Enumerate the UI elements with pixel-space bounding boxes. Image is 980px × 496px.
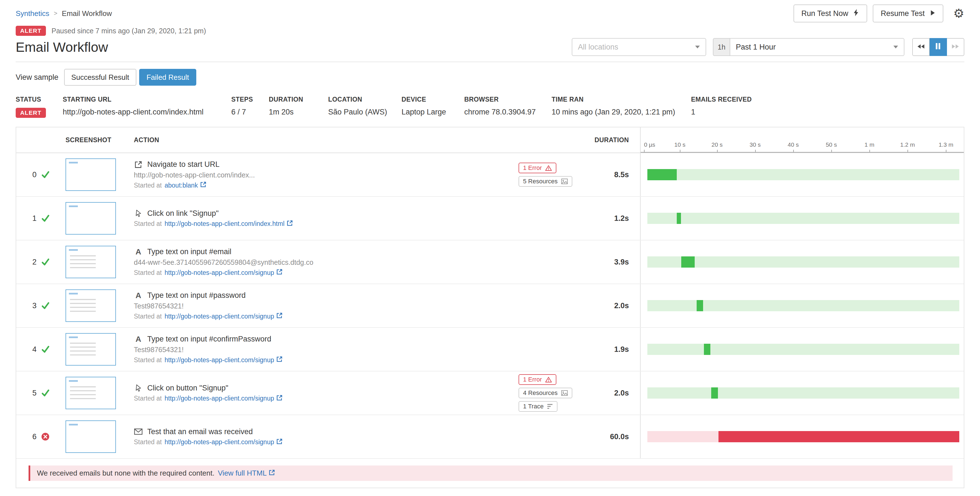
step-status-cell: 5 bbox=[16, 389, 65, 397]
step-passed-check-icon bbox=[41, 214, 49, 223]
step-status-cell: 3 bbox=[16, 302, 65, 310]
locations-select[interactable]: All locations bbox=[572, 38, 706, 56]
step-timeline bbox=[640, 284, 964, 327]
step-screenshot-thumbnail[interactable] bbox=[65, 289, 116, 322]
step-screenshot-thumbnail[interactable] bbox=[65, 246, 116, 278]
step-index: 4 bbox=[32, 345, 37, 354]
step-row[interactable]: 2 A Type text on input #email d44-wwr-5e… bbox=[16, 240, 964, 284]
pause-button[interactable] bbox=[930, 38, 947, 56]
step-row[interactable]: 5 Click on button "Signup" Started at ht… bbox=[16, 372, 964, 415]
locations-placeholder: All locations bbox=[578, 43, 618, 51]
summary-label: STARTING URL bbox=[63, 96, 231, 103]
started-at-link[interactable]: http://gob-notes-app-client.com/signup bbox=[165, 269, 283, 277]
step-row[interactable]: 6 Test that an email was received Starte… bbox=[16, 415, 964, 459]
type-text-icon: A bbox=[134, 248, 143, 256]
step-index: 0 bbox=[32, 170, 37, 179]
step-passed-check-icon bbox=[41, 345, 49, 353]
chevron-down-icon bbox=[695, 46, 700, 48]
step-index: 3 bbox=[32, 302, 37, 310]
fast-forward-button[interactable] bbox=[947, 38, 964, 56]
resume-test-button[interactable]: Resume Test bbox=[873, 5, 943, 22]
view-full-html-link[interactable]: View full HTML bbox=[218, 469, 275, 477]
started-at-link[interactable]: http://gob-notes-app-client.com/signup bbox=[165, 395, 283, 402]
timeline-tick-mark bbox=[644, 150, 644, 153]
step-duration: 8.5s bbox=[576, 170, 640, 179]
step-screenshot-thumbnail[interactable] bbox=[65, 202, 116, 235]
started-at-link[interactable]: http://gob-notes-app-client.com/index.ht… bbox=[165, 220, 293, 228]
summary-value: Laptop Large bbox=[401, 108, 464, 116]
step-row[interactable]: 1 Click on link "Signup" Started at http… bbox=[16, 197, 964, 240]
step-screenshot-thumbnail[interactable] bbox=[65, 420, 116, 453]
summary-status: STATUS ALERT bbox=[16, 96, 63, 118]
result-summary-bar: STATUS ALERT STARTING URL http://gob-not… bbox=[16, 96, 964, 118]
summary-label: STEPS bbox=[231, 96, 269, 103]
timeline-track bbox=[648, 344, 959, 355]
step-screenshot-thumbnail[interactable] bbox=[65, 333, 116, 366]
image-icon bbox=[561, 390, 568, 396]
timeline-track bbox=[648, 256, 959, 268]
timeline-tick-label: 50 s bbox=[826, 141, 837, 148]
status-alert-badge: ALERT bbox=[16, 108, 46, 118]
timeline-track bbox=[648, 387, 959, 399]
settings-gear-icon[interactable]: ⚙ bbox=[953, 7, 964, 20]
view-sample-row: View sample Successful Result Failed Res… bbox=[16, 62, 964, 86]
started-at-label: Started at bbox=[134, 313, 162, 320]
step-screenshot-thumbnail[interactable] bbox=[65, 159, 116, 191]
started-at-link[interactable]: about:blank bbox=[165, 181, 206, 189]
step-duration: 2.0s bbox=[576, 389, 640, 397]
external-link-icon bbox=[276, 269, 283, 277]
external-link-icon bbox=[276, 312, 283, 320]
started-at-link[interactable]: http://gob-notes-app-client.com/signup bbox=[165, 438, 283, 446]
fast-forward-icon bbox=[951, 43, 959, 51]
timeline-track bbox=[648, 300, 959, 311]
error-message: We received emails but none with the req… bbox=[37, 469, 215, 477]
timeline-tick-label: 0 µs bbox=[644, 141, 655, 148]
step-action-title: Type text on input #email bbox=[147, 248, 231, 256]
step-index: 1 bbox=[32, 214, 37, 223]
timeline-axis: 0 µs10 s20 s30 s40 s50 s1 m1.2 m1.3 m bbox=[640, 127, 964, 153]
step-timeline bbox=[640, 372, 964, 415]
timeline-tick-mark bbox=[907, 150, 908, 153]
breadcrumb-current: Email Workflow bbox=[62, 9, 112, 18]
step-action-cell: Click on link "Signup" Started at http:/… bbox=[134, 209, 492, 228]
click-pointer-icon bbox=[134, 384, 143, 392]
failed-result-tab[interactable]: Failed Result bbox=[139, 69, 196, 86]
pause-icon bbox=[935, 43, 941, 51]
step-row[interactable]: 3 A Type text on input #password Test987… bbox=[16, 284, 964, 328]
step-row[interactable]: 4 A Type text on input #confirmPassword … bbox=[16, 328, 964, 372]
step-row[interactable]: 0 Navigate to start URL http://gob-notes… bbox=[16, 153, 964, 197]
chevron-down-icon bbox=[893, 46, 898, 48]
resources-count-badge[interactable]: 5 Resources bbox=[519, 176, 572, 187]
summary-emails-received: EMAILS RECEIVED 1 bbox=[691, 96, 752, 118]
step-screenshot-thumbnail[interactable] bbox=[65, 377, 116, 409]
time-range-shortcut[interactable]: 1h bbox=[713, 38, 730, 56]
page-title: Email Workflow bbox=[16, 40, 108, 55]
resources-count-badge[interactable]: 4 Resources bbox=[519, 388, 572, 398]
run-test-now-button[interactable]: Run Test Now bbox=[794, 5, 867, 22]
step-badges: 1 Error 4 Resources 1 Trace bbox=[492, 374, 576, 412]
warning-triangle-icon bbox=[545, 165, 552, 171]
rewind-button[interactable] bbox=[912, 38, 930, 56]
started-at-link[interactable]: http://gob-notes-app-client.com/signup bbox=[165, 312, 283, 320]
trace-count-badge[interactable]: 1 Trace bbox=[519, 401, 557, 412]
external-link-icon bbox=[200, 181, 206, 189]
timeline-tick-label: 10 s bbox=[674, 141, 686, 148]
time-range-select[interactable]: Past 1 Hour bbox=[730, 38, 904, 56]
step-timeline bbox=[640, 240, 964, 283]
type-text-icon: A bbox=[134, 335, 143, 343]
summary-label: LOCATION bbox=[328, 96, 401, 103]
step-action-title: Type text on input #password bbox=[147, 291, 245, 300]
warning-triangle-icon bbox=[545, 377, 552, 383]
step-action-detail: d44-wwr-5ee.3714055967260559804@syntheti… bbox=[134, 258, 486, 267]
breadcrumb-synthetics-link[interactable]: Synthetics bbox=[16, 9, 49, 18]
error-count-badge[interactable]: 1 Error bbox=[519, 163, 556, 173]
started-at-link[interactable]: http://gob-notes-app-client.com/signup bbox=[165, 356, 283, 364]
breadcrumb-separator: > bbox=[54, 10, 57, 17]
step-error-banner: We received emails but none with the req… bbox=[29, 466, 953, 481]
column-screenshot: SCREENSHOT bbox=[65, 136, 134, 144]
timeline-tick-mark bbox=[831, 150, 832, 153]
successful-result-tab[interactable]: Successful Result bbox=[64, 69, 137, 86]
started-at-label: Started at bbox=[134, 356, 162, 364]
started-at-label: Started at bbox=[134, 269, 162, 277]
error-count-badge[interactable]: 1 Error bbox=[519, 374, 556, 385]
